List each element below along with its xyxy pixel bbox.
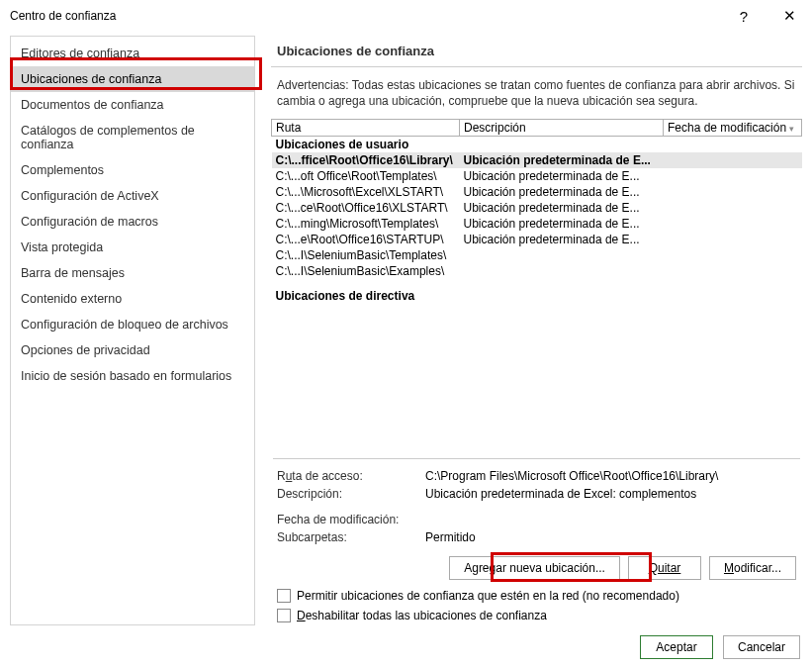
sidebar-item-vista[interactable]: Vista protegida — [11, 235, 254, 260]
remove-button[interactable]: Quitar — [628, 556, 701, 580]
col-path[interactable]: Ruta — [272, 120, 460, 137]
locations-table: Ruta Descripción Fecha de modificación U… — [271, 119, 802, 304]
detail-sub-value: Permitido — [425, 530, 796, 544]
sidebar-item-barra[interactable]: Barra de mensajes — [11, 260, 254, 286]
main-panel: Ubicaciones de confianza Advertencias: T… — [271, 36, 802, 625]
action-buttons: Agregar nueva ubicación... Quitar Modifi… — [271, 550, 802, 586]
table-row[interactable]: C:\...ce\Root\Office16\XLSTART\Ubicación… — [272, 200, 802, 216]
table-row[interactable]: C:\...I\SeleniumBasic\Examples\ — [272, 263, 802, 279]
section-header: Ubicaciones de confianza — [271, 36, 802, 67]
group-policy: Ubicaciones de directiva — [272, 279, 802, 304]
locations-table-wrap: Ruta Descripción Fecha de modificación U… — [271, 119, 802, 304]
table-row[interactable]: C:\...I\SeleniumBasic\Templates\ — [272, 247, 802, 263]
ok-button[interactable]: Aceptar — [640, 635, 713, 659]
col-date[interactable]: Fecha de modificación — [664, 120, 802, 137]
sidebar: Editores de confianza Ubicaciones de con… — [10, 36, 255, 625]
allow-network-label: Permitir ubicaciones de confianza que es… — [297, 589, 679, 603]
spacer — [271, 304, 802, 458]
sidebar-item-documentos[interactable]: Documentos de confianza — [11, 92, 254, 118]
table-row[interactable]: C:\...oft Office\Root\Templates\Ubicació… — [272, 168, 802, 184]
close-button[interactable]: ✕ — [779, 7, 800, 25]
group-user: Ubicaciones de usuario — [272, 137, 802, 153]
detail-desc-label: Descripción: — [277, 487, 425, 501]
sidebar-item-activex[interactable]: Configuración de ActiveX — [11, 183, 254, 209]
detail-path-value: C:\Program Files\Microsoft Office\Root\O… — [425, 469, 796, 483]
window-title: Centro de confianza — [10, 9, 116, 23]
detail-date-value — [425, 513, 796, 526]
sidebar-item-macros[interactable]: Configuración de macros — [11, 209, 254, 235]
disable-all-row: Deshabilitar todas las ubicaciones de co… — [271, 606, 802, 625]
col-desc[interactable]: Descripción — [460, 120, 664, 137]
sidebar-item-formularios[interactable]: Inicio de sesión basado en formularios — [11, 363, 254, 389]
detail-sub-label: Subcarpetas: — [277, 530, 425, 544]
disable-all-label: Deshabilitar todas las ubicaciones de co… — [297, 609, 547, 622]
allow-network-checkbox[interactable] — [277, 589, 291, 603]
titlebar: Centro de confianza ? ✕ — [0, 0, 812, 32]
warning-text: Advertencias: Todas estas ubicaciones se… — [271, 67, 802, 119]
sidebar-item-ubicaciones[interactable]: Ubicaciones de confianza — [11, 66, 254, 92]
sidebar-item-privacidad[interactable]: Opciones de privacidad — [11, 337, 254, 363]
sidebar-item-complementos[interactable]: Complementos — [11, 157, 254, 183]
sidebar-item-editores[interactable]: Editores de confianza — [11, 41, 254, 66]
sidebar-item-catalogos[interactable]: Catálogos de complementos de confianza — [11, 118, 254, 157]
help-button[interactable]: ? — [736, 8, 752, 25]
sidebar-item-bloqueo[interactable]: Configuración de bloqueo de archivos — [11, 312, 254, 337]
detail-date-label: Fecha de modificación: — [277, 513, 425, 526]
table-row[interactable]: C:\...ming\Microsoft\Templates\Ubicación… — [272, 216, 802, 232]
detail-path-label: Ruta de acceso: — [277, 469, 425, 483]
table-row[interactable]: C:\...e\Root\Office16\STARTUP\Ubicación … — [272, 232, 802, 247]
modify-button[interactable]: Modificar... — [709, 556, 796, 580]
details: Ruta de acceso: C:\Program Files\Microso… — [271, 463, 802, 550]
dialog-footer: Aceptar Cancelar — [0, 629, 812, 665]
content: Editores de confianza Ubicaciones de con… — [0, 32, 812, 629]
cancel-button[interactable]: Cancelar — [723, 635, 800, 659]
sidebar-item-contenido[interactable]: Contenido externo — [11, 286, 254, 312]
detail-desc-value: Ubicación predeterminada de Excel: compl… — [425, 487, 796, 501]
table-row[interactable]: C:\...ffice\Root\Office16\Library\Ubicac… — [272, 152, 802, 168]
allow-network-row: Permitir ubicaciones de confianza que es… — [271, 586, 802, 606]
table-row[interactable]: C:\...\Microsoft\Excel\XLSTART\Ubicación… — [272, 184, 802, 200]
titlebar-controls: ? ✕ — [736, 7, 800, 25]
disable-all-checkbox[interactable] — [277, 609, 291, 622]
add-location-button[interactable]: Agregar nueva ubicación... — [449, 556, 620, 580]
